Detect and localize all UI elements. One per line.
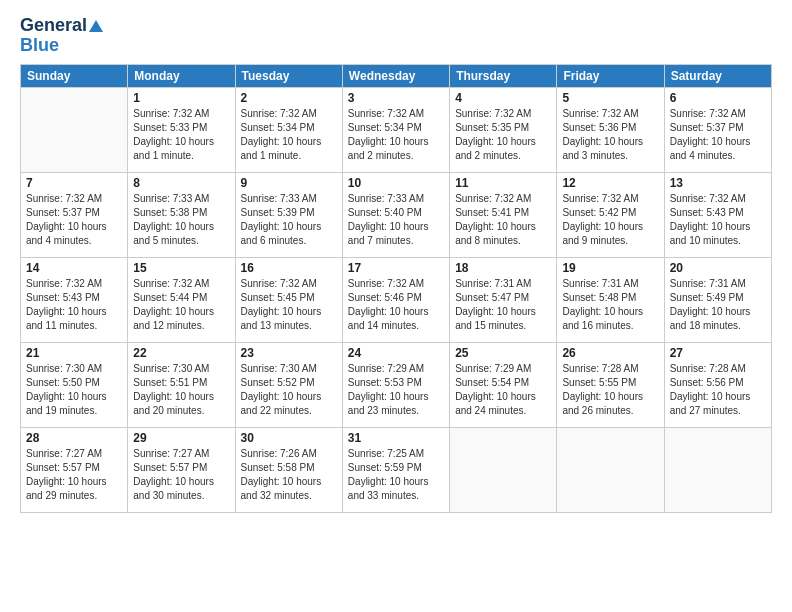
day-number: 31: [348, 431, 444, 445]
day-info: Sunrise: 7:30 AMSunset: 5:51 PMDaylight:…: [133, 362, 229, 418]
weekday-header-thursday: Thursday: [450, 64, 557, 87]
day-number: 2: [241, 91, 337, 105]
day-number: 27: [670, 346, 766, 360]
calendar-cell: 22Sunrise: 7:30 AMSunset: 5:51 PMDayligh…: [128, 342, 235, 427]
day-info: Sunrise: 7:30 AMSunset: 5:52 PMDaylight:…: [241, 362, 337, 418]
calendar-cell: 13Sunrise: 7:32 AMSunset: 5:43 PMDayligh…: [664, 172, 771, 257]
day-info: Sunrise: 7:32 AMSunset: 5:46 PMDaylight:…: [348, 277, 444, 333]
day-info: Sunrise: 7:33 AMSunset: 5:38 PMDaylight:…: [133, 192, 229, 248]
day-info: Sunrise: 7:32 AMSunset: 5:43 PMDaylight:…: [670, 192, 766, 248]
calendar-cell: 23Sunrise: 7:30 AMSunset: 5:52 PMDayligh…: [235, 342, 342, 427]
weekday-header-tuesday: Tuesday: [235, 64, 342, 87]
calendar-cell: 1Sunrise: 7:32 AMSunset: 5:33 PMDaylight…: [128, 87, 235, 172]
day-info: Sunrise: 7:30 AMSunset: 5:50 PMDaylight:…: [26, 362, 122, 418]
calendar-cell: 4Sunrise: 7:32 AMSunset: 5:35 PMDaylight…: [450, 87, 557, 172]
calendar-cell: 14Sunrise: 7:32 AMSunset: 5:43 PMDayligh…: [21, 257, 128, 342]
calendar-cell: [557, 427, 664, 512]
day-info: Sunrise: 7:27 AMSunset: 5:57 PMDaylight:…: [26, 447, 122, 503]
day-number: 6: [670, 91, 766, 105]
day-number: 24: [348, 346, 444, 360]
calendar-cell: 24Sunrise: 7:29 AMSunset: 5:53 PMDayligh…: [342, 342, 449, 427]
calendar-cell: 7Sunrise: 7:32 AMSunset: 5:37 PMDaylight…: [21, 172, 128, 257]
weekday-header-saturday: Saturday: [664, 64, 771, 87]
calendar-cell: [664, 427, 771, 512]
day-info: Sunrise: 7:29 AMSunset: 5:54 PMDaylight:…: [455, 362, 551, 418]
day-info: Sunrise: 7:31 AMSunset: 5:49 PMDaylight:…: [670, 277, 766, 333]
calendar-cell: 8Sunrise: 7:33 AMSunset: 5:38 PMDaylight…: [128, 172, 235, 257]
day-info: Sunrise: 7:31 AMSunset: 5:48 PMDaylight:…: [562, 277, 658, 333]
page: General Blue SundayMondayTuesdayWednesda…: [0, 0, 792, 612]
logo: General Blue: [20, 16, 103, 56]
day-info: Sunrise: 7:28 AMSunset: 5:56 PMDaylight:…: [670, 362, 766, 418]
day-info: Sunrise: 7:32 AMSunset: 5:45 PMDaylight:…: [241, 277, 337, 333]
day-info: Sunrise: 7:27 AMSunset: 5:57 PMDaylight:…: [133, 447, 229, 503]
day-info: Sunrise: 7:32 AMSunset: 5:34 PMDaylight:…: [241, 107, 337, 163]
day-info: Sunrise: 7:32 AMSunset: 5:37 PMDaylight:…: [670, 107, 766, 163]
week-row-3: 14Sunrise: 7:32 AMSunset: 5:43 PMDayligh…: [21, 257, 772, 342]
day-number: 8: [133, 176, 229, 190]
header: General Blue: [20, 16, 772, 56]
calendar-cell: 15Sunrise: 7:32 AMSunset: 5:44 PMDayligh…: [128, 257, 235, 342]
calendar-cell: 17Sunrise: 7:32 AMSunset: 5:46 PMDayligh…: [342, 257, 449, 342]
day-number: 30: [241, 431, 337, 445]
calendar-cell: 11Sunrise: 7:32 AMSunset: 5:41 PMDayligh…: [450, 172, 557, 257]
day-number: 18: [455, 261, 551, 275]
day-number: 1: [133, 91, 229, 105]
calendar-cell: 20Sunrise: 7:31 AMSunset: 5:49 PMDayligh…: [664, 257, 771, 342]
day-info: Sunrise: 7:32 AMSunset: 5:37 PMDaylight:…: [26, 192, 122, 248]
day-number: 17: [348, 261, 444, 275]
calendar-cell: 5Sunrise: 7:32 AMSunset: 5:36 PMDaylight…: [557, 87, 664, 172]
day-number: 21: [26, 346, 122, 360]
day-info: Sunrise: 7:32 AMSunset: 5:43 PMDaylight:…: [26, 277, 122, 333]
day-info: Sunrise: 7:32 AMSunset: 5:33 PMDaylight:…: [133, 107, 229, 163]
day-number: 28: [26, 431, 122, 445]
day-info: Sunrise: 7:32 AMSunset: 5:34 PMDaylight:…: [348, 107, 444, 163]
day-info: Sunrise: 7:33 AMSunset: 5:39 PMDaylight:…: [241, 192, 337, 248]
header-row: SundayMondayTuesdayWednesdayThursdayFrid…: [21, 64, 772, 87]
calendar-cell: 29Sunrise: 7:27 AMSunset: 5:57 PMDayligh…: [128, 427, 235, 512]
calendar-cell: 9Sunrise: 7:33 AMSunset: 5:39 PMDaylight…: [235, 172, 342, 257]
day-info: Sunrise: 7:32 AMSunset: 5:36 PMDaylight:…: [562, 107, 658, 163]
calendar-cell: 12Sunrise: 7:32 AMSunset: 5:42 PMDayligh…: [557, 172, 664, 257]
weekday-header-friday: Friday: [557, 64, 664, 87]
day-number: 16: [241, 261, 337, 275]
day-number: 9: [241, 176, 337, 190]
day-number: 25: [455, 346, 551, 360]
weekday-header-monday: Monday: [128, 64, 235, 87]
day-info: Sunrise: 7:25 AMSunset: 5:59 PMDaylight:…: [348, 447, 444, 503]
calendar-cell: 21Sunrise: 7:30 AMSunset: 5:50 PMDayligh…: [21, 342, 128, 427]
day-number: 19: [562, 261, 658, 275]
day-number: 29: [133, 431, 229, 445]
weekday-header-wednesday: Wednesday: [342, 64, 449, 87]
day-info: Sunrise: 7:32 AMSunset: 5:42 PMDaylight:…: [562, 192, 658, 248]
day-number: 20: [670, 261, 766, 275]
calendar-cell: 19Sunrise: 7:31 AMSunset: 5:48 PMDayligh…: [557, 257, 664, 342]
calendar-cell: 2Sunrise: 7:32 AMSunset: 5:34 PMDaylight…: [235, 87, 342, 172]
day-info: Sunrise: 7:32 AMSunset: 5:41 PMDaylight:…: [455, 192, 551, 248]
day-number: 15: [133, 261, 229, 275]
calendar-cell: [450, 427, 557, 512]
week-row-5: 28Sunrise: 7:27 AMSunset: 5:57 PMDayligh…: [21, 427, 772, 512]
day-number: 12: [562, 176, 658, 190]
week-row-1: 1Sunrise: 7:32 AMSunset: 5:33 PMDaylight…: [21, 87, 772, 172]
logo-general: General: [20, 16, 87, 36]
day-number: 3: [348, 91, 444, 105]
day-number: 10: [348, 176, 444, 190]
day-info: Sunrise: 7:32 AMSunset: 5:35 PMDaylight:…: [455, 107, 551, 163]
logo-blue: Blue: [20, 36, 59, 56]
day-number: 5: [562, 91, 658, 105]
calendar-cell: 3Sunrise: 7:32 AMSunset: 5:34 PMDaylight…: [342, 87, 449, 172]
day-number: 13: [670, 176, 766, 190]
calendar-cell: 16Sunrise: 7:32 AMSunset: 5:45 PMDayligh…: [235, 257, 342, 342]
calendar-cell: 30Sunrise: 7:26 AMSunset: 5:58 PMDayligh…: [235, 427, 342, 512]
day-info: Sunrise: 7:29 AMSunset: 5:53 PMDaylight:…: [348, 362, 444, 418]
day-number: 4: [455, 91, 551, 105]
week-row-4: 21Sunrise: 7:30 AMSunset: 5:50 PMDayligh…: [21, 342, 772, 427]
day-info: Sunrise: 7:28 AMSunset: 5:55 PMDaylight:…: [562, 362, 658, 418]
day-number: 22: [133, 346, 229, 360]
calendar-cell: 27Sunrise: 7:28 AMSunset: 5:56 PMDayligh…: [664, 342, 771, 427]
calendar-cell: 18Sunrise: 7:31 AMSunset: 5:47 PMDayligh…: [450, 257, 557, 342]
calendar-cell: 25Sunrise: 7:29 AMSunset: 5:54 PMDayligh…: [450, 342, 557, 427]
day-info: Sunrise: 7:31 AMSunset: 5:47 PMDaylight:…: [455, 277, 551, 333]
calendar-cell: 10Sunrise: 7:33 AMSunset: 5:40 PMDayligh…: [342, 172, 449, 257]
